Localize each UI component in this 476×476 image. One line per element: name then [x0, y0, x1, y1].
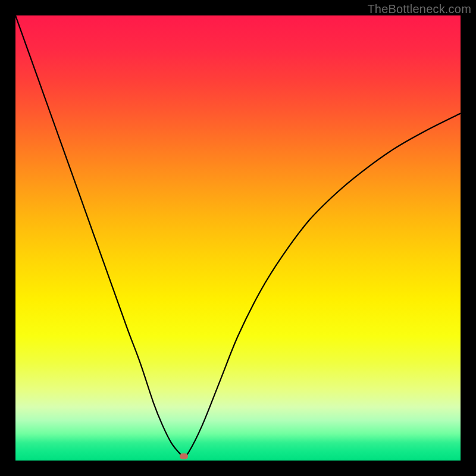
plot-area — [15, 15, 461, 461]
bottleneck-curve — [15, 15, 461, 456]
watermark-text: TheBottleneck.com — [367, 2, 471, 16]
minimum-marker — [180, 453, 188, 459]
curve-svg — [15, 15, 461, 461]
